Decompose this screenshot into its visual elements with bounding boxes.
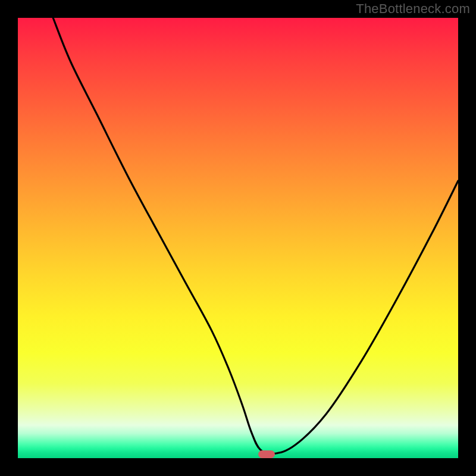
optimal-point-marker [258, 450, 275, 458]
plot-area [18, 18, 458, 458]
chart-frame: TheBottleneck.com [0, 0, 476, 476]
bottleneck-curve [18, 18, 458, 458]
watermark-text: TheBottleneck.com [356, 1, 470, 17]
